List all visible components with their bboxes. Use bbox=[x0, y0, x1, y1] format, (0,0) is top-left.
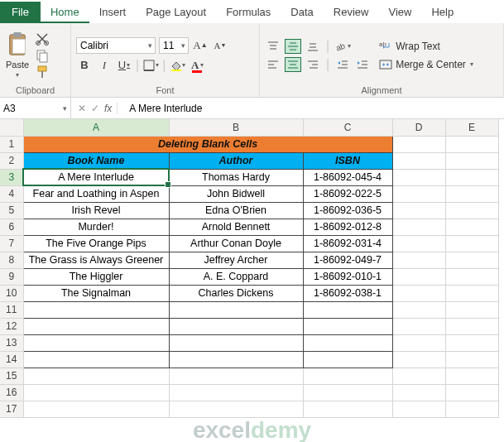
cell-E14[interactable] bbox=[445, 351, 498, 368]
name-box[interactable]: A3 bbox=[0, 98, 71, 118]
cell-B14[interactable] bbox=[169, 351, 303, 368]
cell-E1[interactable] bbox=[445, 136, 498, 152]
cell-E15[interactable] bbox=[445, 368, 498, 384]
row-header-5[interactable]: 5 bbox=[0, 202, 23, 219]
cell-B4[interactable]: John Bidwell bbox=[169, 185, 303, 202]
cell-D3[interactable] bbox=[392, 169, 445, 185]
cell-B17[interactable] bbox=[169, 401, 303, 417]
cell-C17[interactable] bbox=[303, 401, 392, 417]
cell-C3[interactable]: 1-86092-045-4 bbox=[303, 169, 392, 185]
col-header-E[interactable]: E bbox=[445, 119, 498, 136]
row-header-3[interactable]: 3 bbox=[0, 169, 23, 185]
cell-E7[interactable] bbox=[445, 235, 498, 252]
align-right-button[interactable] bbox=[305, 57, 321, 72]
tab-page-layout[interactable]: Page Layout bbox=[136, 2, 216, 23]
cell-C14[interactable] bbox=[303, 351, 392, 368]
cell-B12[interactable] bbox=[169, 318, 303, 334]
cell-C6[interactable]: 1-86092-012-8 bbox=[303, 219, 392, 235]
tab-view[interactable]: View bbox=[378, 2, 421, 23]
row-header-12[interactable]: 12 bbox=[0, 318, 23, 334]
align-left-button[interactable] bbox=[265, 57, 281, 72]
row-header-2[interactable]: 2 bbox=[0, 152, 23, 169]
row-header-15[interactable]: 15 bbox=[0, 368, 23, 384]
cell-header-isbn[interactable]: ISBN bbox=[303, 152, 392, 169]
cell-A14[interactable] bbox=[23, 351, 169, 368]
row-header-13[interactable]: 13 bbox=[0, 334, 23, 351]
tab-data[interactable]: Data bbox=[281, 2, 323, 23]
cell-D5[interactable] bbox=[392, 202, 445, 219]
paste-button[interactable]: Paste ▾ bbox=[5, 31, 30, 79]
tab-review[interactable]: Review bbox=[324, 2, 379, 23]
cell-B7[interactable]: Arthur Conan Doyle bbox=[169, 235, 303, 252]
cell-A8[interactable]: The Grass is Always Greener bbox=[23, 252, 169, 268]
cell-E3[interactable] bbox=[445, 169, 498, 185]
align-center-button[interactable] bbox=[285, 57, 301, 72]
cell-E11[interactable] bbox=[445, 301, 498, 318]
col-header-C[interactable]: C bbox=[303, 119, 392, 136]
cell-D14[interactable] bbox=[392, 351, 445, 368]
cell-B10[interactable]: Charles Dickens bbox=[169, 285, 303, 301]
fx-button[interactable]: fx bbox=[104, 103, 118, 114]
orientation-button[interactable]: ab bbox=[334, 39, 351, 54]
row-header-7[interactable]: 7 bbox=[0, 235, 23, 252]
cell-B9[interactable]: A. E. Coppard bbox=[169, 268, 303, 285]
cell-B5[interactable]: Edna O'Brien bbox=[169, 202, 303, 219]
cell-D17[interactable] bbox=[392, 401, 445, 417]
cell-E2[interactable] bbox=[445, 152, 498, 169]
cell-D9[interactable] bbox=[392, 268, 445, 285]
cell-A17[interactable] bbox=[23, 401, 169, 417]
col-header-A[interactable]: A bbox=[23, 119, 169, 136]
cell-E12[interactable] bbox=[445, 318, 498, 334]
cell-C11[interactable] bbox=[303, 301, 392, 318]
cell-A6[interactable]: Murder! bbox=[23, 219, 169, 235]
cell-D7[interactable] bbox=[392, 235, 445, 252]
align-bottom-button[interactable] bbox=[305, 39, 321, 54]
tab-insert[interactable]: Insert bbox=[89, 2, 137, 23]
cell-B6[interactable]: Arnold Bennett bbox=[169, 219, 303, 235]
row-header-1[interactable]: 1 bbox=[0, 136, 23, 152]
cell-header-author[interactable]: Author bbox=[169, 152, 303, 169]
cell-A3[interactable]: A Mere Interlude bbox=[23, 169, 169, 185]
tab-help[interactable]: Help bbox=[421, 2, 463, 23]
cell-B13[interactable] bbox=[169, 334, 303, 351]
increase-font-button[interactable]: A▲ bbox=[192, 37, 209, 54]
tab-file[interactable]: File bbox=[0, 2, 41, 23]
cell-E16[interactable] bbox=[445, 384, 498, 401]
decrease-indent-button[interactable] bbox=[334, 57, 351, 72]
row-header-6[interactable]: 6 bbox=[0, 219, 23, 235]
cell-C4[interactable]: 1-86092-022-5 bbox=[303, 185, 392, 202]
cell-E10[interactable] bbox=[445, 285, 498, 301]
format-painter-button[interactable] bbox=[35, 65, 50, 79]
cell-D12[interactable] bbox=[392, 318, 445, 334]
cell-C13[interactable] bbox=[303, 334, 392, 351]
copy-button[interactable] bbox=[35, 48, 50, 63]
row-header-8[interactable]: 8 bbox=[0, 252, 23, 268]
cell-E9[interactable] bbox=[445, 268, 498, 285]
cell-E13[interactable] bbox=[445, 334, 498, 351]
cell-A10[interactable]: The Signalman bbox=[23, 285, 169, 301]
merge-center-button[interactable]: Merge & Center bbox=[379, 58, 473, 71]
cut-button[interactable] bbox=[35, 31, 50, 46]
cell-B11[interactable] bbox=[169, 301, 303, 318]
cell-C9[interactable]: 1-86092-010-1 bbox=[303, 268, 392, 285]
col-header-B[interactable]: B bbox=[169, 119, 303, 136]
row-header-4[interactable]: 4 bbox=[0, 185, 23, 202]
border-button[interactable] bbox=[142, 57, 159, 74]
font-size-select[interactable]: 11 bbox=[159, 37, 189, 54]
cell-D10[interactable] bbox=[392, 285, 445, 301]
cell-title[interactable]: Deleting Blank Cells bbox=[23, 136, 392, 152]
wrap-text-button[interactable]: ab Wrap Text bbox=[379, 40, 473, 53]
cell-D13[interactable] bbox=[392, 334, 445, 351]
row-header-10[interactable]: 10 bbox=[0, 285, 23, 301]
font-name-select[interactable]: Calibri bbox=[76, 37, 156, 54]
cell-B8[interactable]: Jeffrey Archer bbox=[169, 252, 303, 268]
cell-C12[interactable] bbox=[303, 318, 392, 334]
cell-C7[interactable]: 1-86092-031-4 bbox=[303, 235, 392, 252]
row-header-9[interactable]: 9 bbox=[0, 268, 23, 285]
cell-C16[interactable] bbox=[303, 384, 392, 401]
italic-button[interactable]: I bbox=[96, 57, 113, 74]
cell-C10[interactable]: 1-86092-038-1 bbox=[303, 285, 392, 301]
row-header-14[interactable]: 14 bbox=[0, 351, 23, 368]
cell-D11[interactable] bbox=[392, 301, 445, 318]
cell-E17[interactable] bbox=[445, 401, 498, 417]
